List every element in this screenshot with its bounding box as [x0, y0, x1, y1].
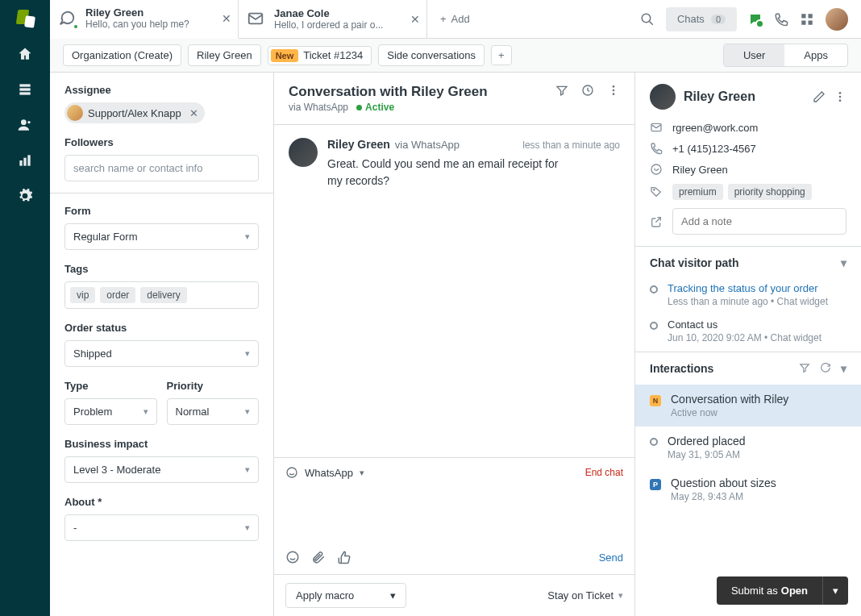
note-input[interactable]	[672, 208, 846, 235]
tag-chip[interactable]: vip	[70, 287, 95, 303]
history-icon[interactable]	[581, 84, 594, 97]
path-title: Contact us	[668, 318, 821, 331]
path-link[interactable]: Tracking the status of your order	[668, 282, 828, 294]
svg-point-20	[839, 92, 842, 94]
svg-point-16	[613, 89, 615, 92]
segment-apps[interactable]: Apps	[784, 44, 847, 66]
close-icon[interactable]: ✕	[222, 12, 231, 25]
svg-point-15	[613, 85, 615, 88]
interaction-item[interactable]: P Question about sizesMay 28, 9:43 AM	[635, 468, 861, 510]
overflow-icon[interactable]	[607, 84, 620, 97]
assignee-label: Assignee	[64, 84, 259, 96]
interaction-item[interactable]: Ordered placedMay 31, 9:05 AM	[635, 427, 861, 468]
chevron-down-icon: ▾	[245, 464, 250, 475]
top-bar: Riley Green Hello, can you help me? ✕ Ja…	[50, 0, 861, 39]
about-select[interactable]: -▾	[64, 514, 259, 541]
path-item[interactable]: Contact usJun 10, 2020 9:02 AM • Chat wi…	[635, 315, 861, 352]
reporting-icon[interactable]	[16, 152, 34, 169]
type-select[interactable]: Problem▾	[64, 398, 157, 425]
edit-icon[interactable]	[813, 90, 826, 103]
products-icon[interactable]	[800, 12, 814, 27]
end-chat-button[interactable]: End chat	[585, 467, 623, 478]
assignee-chip[interactable]: Support/Alex Knapp ✕	[64, 102, 205, 123]
chevron-down-icon: ▾	[245, 348, 250, 359]
pill-add[interactable]: +	[491, 45, 512, 65]
mail-icon	[247, 10, 266, 29]
message-time: less than a minute ago	[522, 139, 620, 151]
close-icon[interactable]: ✕	[410, 13, 420, 26]
submit-button[interactable]: Submit as Open	[717, 576, 822, 605]
svg-rect-0	[19, 84, 30, 86]
pill-ticket[interactable]: New Ticket #1234	[268, 46, 372, 65]
profile-tag[interactable]: priority shopping	[728, 184, 812, 200]
segment-user[interactable]: User	[724, 44, 784, 66]
submit-menu-button[interactable]: ▾	[822, 576, 848, 605]
profile-phone: +1 (415)123-4567	[672, 143, 756, 155]
profile-name: Riley Green	[684, 89, 805, 104]
impact-select[interactable]: Level 3 - Moderate▾	[64, 456, 259, 483]
message-text: Great. Could you send me an email receip…	[327, 156, 569, 189]
tab-riley[interactable]: Riley Green Hello, can you help me? ✕	[50, 0, 239, 39]
refresh-icon[interactable]	[820, 362, 831, 375]
phone-icon[interactable]	[774, 12, 788, 27]
followers-input[interactable]	[64, 155, 259, 181]
whatsapp-icon	[650, 163, 663, 176]
tags-field[interactable]: vip order delivery	[64, 281, 259, 309]
pill-requester[interactable]: Riley Green	[188, 44, 261, 66]
pill-organization[interactable]: Organization (Create)	[63, 44, 181, 66]
add-tab-button[interactable]: + Add	[427, 13, 483, 25]
overflow-icon[interactable]	[834, 90, 846, 103]
chats-button[interactable]: Chats 0	[666, 7, 737, 31]
emoji-icon[interactable]	[285, 550, 300, 564]
interaction-item[interactable]: N Conversation with RileyActive now	[635, 385, 861, 427]
path-meta: Less than a minute ago • Chat widget	[668, 296, 828, 307]
chevron-down-icon[interactable]: ▾	[841, 256, 846, 269]
stay-on-ticket-select[interactable]: Stay on Ticket▾	[547, 589, 623, 601]
svg-point-3	[21, 119, 27, 125]
attachment-icon[interactable]	[311, 550, 326, 564]
composer: WhatsApp ▾ End chat Send	[274, 457, 634, 574]
svg-point-18	[287, 468, 297, 477]
whatsapp-icon	[285, 466, 298, 479]
tags-label: Tags	[64, 263, 259, 275]
plus-icon: +	[440, 13, 447, 25]
tag-chip[interactable]: delivery	[140, 287, 186, 303]
timeline-dot	[650, 322, 658, 330]
composer-textarea[interactable]	[274, 487, 634, 543]
form-select[interactable]: Regular Form▾	[64, 223, 259, 250]
chat-status-icon[interactable]	[748, 12, 763, 27]
message-via: via WhatsApp	[395, 139, 460, 151]
remove-icon[interactable]: ✕	[189, 107, 198, 119]
tab-janae[interactable]: Janae Cole Hello, I ordered a pair o... …	[239, 0, 427, 39]
profile-tag[interactable]: premium	[672, 184, 723, 200]
conversation-title: Conversation with Riley Green	[289, 84, 555, 100]
profile-avatar	[650, 84, 676, 110]
customers-icon[interactable]	[16, 116, 34, 134]
svg-point-24	[651, 164, 661, 174]
tag-chip[interactable]: order	[100, 287, 135, 303]
mail-icon	[650, 121, 663, 134]
filter-icon[interactable]	[555, 84, 568, 97]
svg-rect-5	[19, 160, 22, 166]
chevron-down-icon[interactable]: ▾	[360, 468, 364, 478]
about-label: About *	[64, 496, 259, 508]
filter-icon[interactable]	[799, 362, 810, 375]
send-button[interactable]: Send	[599, 551, 623, 564]
user-avatar[interactable]	[826, 8, 848, 31]
order-status-select[interactable]: Shipped▾	[64, 340, 259, 367]
apply-macro-select[interactable]: Apply macro▾	[285, 583, 406, 608]
admin-icon[interactable]	[16, 187, 34, 205]
tab-title: Riley Green	[85, 6, 189, 19]
thumbs-up-icon[interactable]	[337, 550, 351, 564]
channel-label[interactable]: WhatsApp	[305, 467, 353, 479]
nav-rail	[0, 0, 50, 616]
search-icon[interactable]	[640, 12, 655, 27]
priority-select[interactable]: Normal▾	[167, 398, 260, 425]
svg-point-21	[839, 96, 842, 98]
pill-side-conversations[interactable]: Side conversations	[378, 44, 485, 66]
views-icon[interactable]	[16, 81, 34, 98]
chevron-down-icon[interactable]: ▾	[841, 362, 846, 375]
home-icon[interactable]	[16, 45, 34, 63]
new-badge: New	[271, 49, 299, 62]
path-item[interactable]: Tracking the status of your orderLess th…	[635, 279, 861, 315]
